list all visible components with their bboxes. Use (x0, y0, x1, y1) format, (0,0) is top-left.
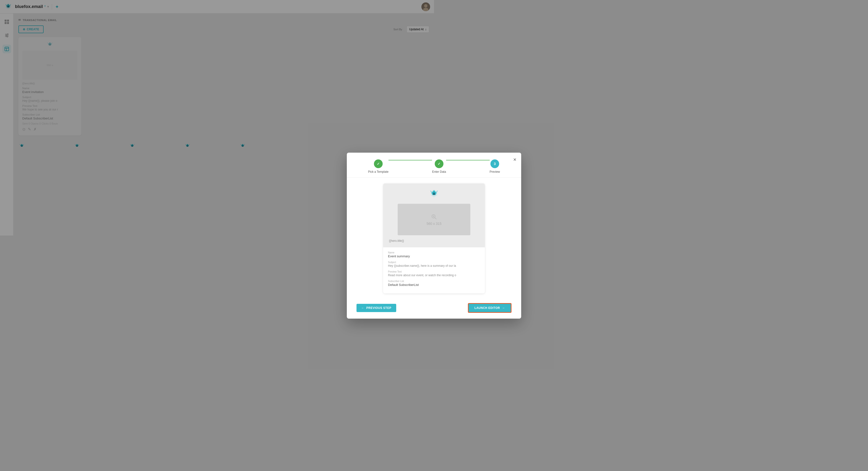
step-2-label: Enter Data (432, 170, 434, 174)
step-line-1 (389, 160, 432, 160)
preview-fox-logo (428, 188, 434, 200)
step-1-circle: ✓ (374, 159, 383, 168)
modal-body: 560 x 315 {{hero.title}} Name Event summ… (347, 178, 434, 236)
preview-logo-area (428, 188, 434, 200)
stepper: ✓ Pick a Template ✓ Enter Data 3 Prev (347, 153, 434, 178)
preview-image-placeholder: 560 x 315 (398, 204, 434, 235)
modal-overlay: × ✓ Pick a Template ✓ Enter Data (0, 0, 434, 235)
preview-email-card: 560 x 315 {{hero.title}} Name Event summ… (383, 183, 434, 236)
image-size-label: 560 x 315 (427, 222, 434, 226)
step-1: ✓ Pick a Template (368, 159, 389, 174)
modal: × ✓ Pick a Template ✓ Enter Data (347, 153, 434, 236)
search-zoom-icon (431, 213, 434, 220)
step-1-label: Pick a Template (368, 170, 389, 174)
step-2: ✓ Enter Data (432, 159, 434, 174)
preview-card-top: 560 x 315 {{hero.title}} (383, 183, 434, 236)
